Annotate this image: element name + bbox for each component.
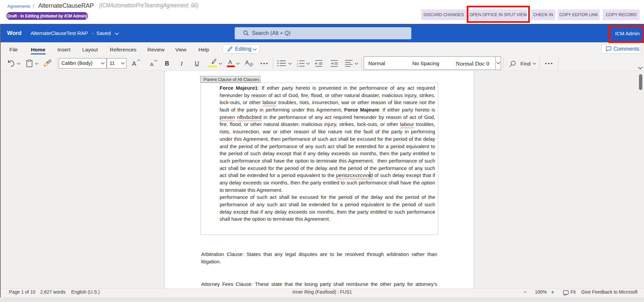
svg-text:1: 1	[297, 60, 298, 62]
svg-text:2: 2	[297, 62, 298, 65]
svg-text:3: 3	[297, 65, 298, 68]
